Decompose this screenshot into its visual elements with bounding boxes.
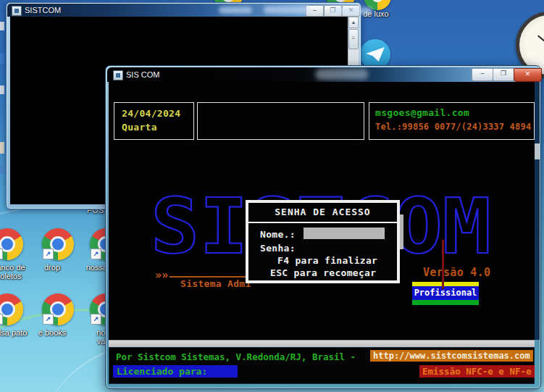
hint-finish: F4 para finalizar	[277, 255, 377, 266]
window-title: SISTCOM	[25, 6, 61, 14]
window-siscom: SIS COM – ❐ ✕ 24/04/2024 Quarta msgoes@g…	[105, 65, 541, 389]
window-title: SIS COM	[126, 70, 159, 79]
badge-edition-label: Profissional	[412, 286, 479, 300]
red-line-artifact	[442, 240, 444, 289]
edition-badge: Profissional	[412, 282, 479, 305]
blurred-icon-label	[332, 7, 372, 14]
app-icon	[113, 70, 123, 80]
titlebar[interactable]: SIS COM – ❐ ✕	[107, 67, 539, 82]
date-box: 24/04/2024 Quarta	[114, 102, 194, 140]
glass-reflection	[316, 69, 368, 80]
shortcut-arrow-icon: ↗	[43, 314, 54, 325]
dialog-title: SENHA DE ACESSO	[248, 207, 397, 217]
shortcut-arrow-icon: ↗	[0, 249, 3, 259]
login-dialog: SENHA DE ACESSO Nome.: Senha: F4 para fi…	[246, 200, 400, 283]
icon-label: e books	[25, 328, 80, 337]
clock-hour-hand	[537, 35, 544, 45]
scrollbar-thumb[interactable]	[535, 143, 540, 159]
website-link[interactable]: http://www.sistcomsistemas.com	[370, 350, 533, 362]
chrome-icon[interactable]: ↗	[0, 228, 23, 260]
dialog-separator	[248, 222, 397, 223]
phone-text: Tel.:99856 0077/(24)3337 4894	[375, 122, 531, 132]
licensed-label: Licenciado para:	[113, 365, 238, 378]
scroll-up-button[interactable]: ▲	[348, 17, 359, 28]
weekday-value: Quarta	[122, 122, 157, 133]
shortcut-arrow-icon: ↗	[43, 249, 54, 259]
scrollbar-track[interactable]	[535, 82, 540, 340]
date-value: 24/04/2024	[122, 108, 180, 119]
subtitle-text: Sistema Admi	[180, 278, 251, 289]
chrome-icon[interactable]: ↗	[42, 228, 74, 260]
icon-sliver	[0, 22, 4, 30]
icon-sliver	[0, 165, 4, 174]
blurred-icon-label	[264, 6, 310, 14]
password-label: Senha:	[260, 243, 296, 254]
blurred-icon-label	[219, 7, 252, 14]
shortcut-arrow-icon: ↗	[0, 314, 3, 325]
horizontal-scrollbar[interactable]	[109, 340, 535, 347]
icon-sliver	[0, 54, 4, 64]
badge-green-stripe	[412, 300, 479, 305]
close-button[interactable]: ✕	[514, 68, 542, 82]
shortcut-arrow-icon: ↗	[91, 314, 101, 325]
shortcut-arrow-icon: ↗	[91, 249, 101, 259]
name-input[interactable]	[304, 228, 385, 239]
credit-text: Por Sistcom Sistemas, V.Redonda/RJ, Bras…	[116, 351, 356, 362]
version-text: Versão 4.0	[423, 266, 490, 279]
contact-box: msgoes@gmail.com Tel.:99856 0077/(24)333…	[369, 102, 535, 140]
icon-label: drop	[25, 263, 80, 272]
scrollbar-thumb[interactable]: ≡	[348, 29, 359, 49]
status-footer: Por Sistcom Sistemas, V.Redonda/RJ, Bras…	[109, 347, 535, 384]
email-text: msgoes@gmail.com	[375, 107, 469, 118]
icon-sliver	[0, 86, 4, 94]
paper-plane-icon	[366, 47, 385, 62]
empty-box	[197, 102, 364, 140]
desktop: { "desktop": { "shortcut_glyph": "↗", "i…	[0, 0, 544, 392]
console-screen: 24/04/2024 Quarta msgoes@gmail.com Tel.:…	[109, 82, 535, 340]
maximize-button[interactable]: ❐	[493, 68, 514, 81]
arrow-glyphs: »»	[155, 269, 169, 282]
emission-label: Emissão NFC-e e NF-e	[419, 365, 535, 378]
minimize-button[interactable]: –	[472, 68, 493, 81]
icon-sliver	[0, 142, 4, 154]
name-label: Nome.:	[260, 229, 296, 240]
hint-restart: ESC para recomeçar	[270, 267, 376, 278]
chrome-icon[interactable]: ↗	[0, 293, 23, 325]
app-icon	[12, 6, 22, 16]
chrome-icon[interactable]: ↗	[42, 293, 74, 325]
